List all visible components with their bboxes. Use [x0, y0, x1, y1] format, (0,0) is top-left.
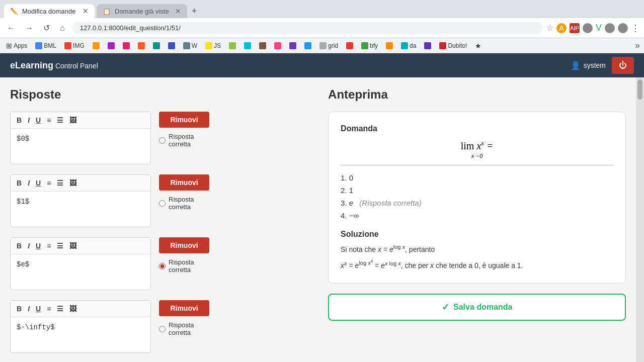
remove-btn-3[interactable]: Rimuovi [159, 237, 209, 253]
new-tab-button[interactable]: + [187, 4, 201, 18]
extension-icon-1[interactable]: A [556, 23, 567, 33]
italic-btn-3[interactable]: I [26, 241, 32, 251]
address-bar: ← → ↺ ⌂ ☆ A AIP V ⋮ [0, 18, 644, 38]
browser-window: ✏️ Modifica domande ✕ 📋 Domande già vist… [0, 0, 644, 362]
extension-icon-5[interactable] [605, 23, 615, 33]
bk12-icon [244, 42, 251, 49]
app-header: eLearning Control Panel 👤 system ⏻ [0, 53, 644, 77]
ordered-list-btn-1[interactable]: ≡ [45, 115, 53, 125]
editor-body-3[interactable]: $e$ [11, 254, 150, 290]
more-bookmarks[interactable]: » [635, 40, 640, 51]
address-input[interactable] [72, 22, 542, 34]
tab-bar: ✏️ Modifica domande ✕ 📋 Domande già vist… [0, 0, 644, 18]
refresh-button[interactable]: ↺ [40, 22, 53, 34]
tab-close-1[interactable]: ✕ [83, 7, 89, 15]
save-button[interactable]: ✓ Salva domanda [328, 294, 626, 321]
extension-icon-4[interactable]: V [596, 23, 602, 33]
image-btn-1[interactable]: 🖼 [67, 115, 78, 125]
bookmark-22[interactable] [422, 41, 433, 50]
correct-text-1: Rispostacorretta [169, 133, 194, 148]
bookmark-5[interactable] [121, 41, 132, 50]
bookmark-15[interactable] [287, 41, 298, 50]
italic-btn-2[interactable]: I [26, 178, 32, 188]
italic-btn-1[interactable]: I [26, 115, 32, 125]
bold-btn-3[interactable]: B [15, 241, 24, 251]
image-btn-4[interactable]: 🖼 [67, 304, 78, 314]
star-icon[interactable]: ☆ [546, 23, 553, 33]
unordered-list-btn-1[interactable]: ☰ [55, 115, 65, 125]
bookmark-16[interactable] [302, 41, 313, 50]
correct-text-4: Rispostacorretta [169, 321, 194, 336]
image-btn-3[interactable]: 🖼 [67, 241, 78, 251]
bookmark-4[interactable] [106, 41, 117, 50]
bookmark-18[interactable] [344, 41, 355, 50]
bookmark-11[interactable] [227, 41, 238, 50]
underline-btn-3[interactable]: U [34, 241, 43, 251]
logout-button[interactable]: ⏻ [612, 57, 634, 74]
remove-btn-2[interactable]: Rimuovi [159, 174, 209, 191]
correct-radio-1[interactable] [159, 137, 166, 144]
tab-icon-1: ✏️ [10, 8, 18, 15]
scrollbar-thumb[interactable] [637, 79, 642, 100]
extension-icon-6[interactable] [618, 23, 628, 33]
bookmark-bml[interactable]: BML [33, 41, 58, 50]
correct-radio-3[interactable] [159, 263, 166, 269]
bookmark-6[interactable] [136, 41, 147, 50]
menu-icon[interactable]: ⋮ [631, 23, 640, 34]
bookmark-img[interactable]: IMG [62, 41, 87, 50]
bookmark-3[interactable] [91, 41, 102, 50]
remove-btn-1[interactable]: Rimuovi [159, 112, 209, 128]
extension-icon-3[interactable] [583, 23, 593, 33]
bookmark-20[interactable] [384, 41, 395, 50]
answer-options-list: 1. 0 2. 1 3. e (Risposta corretta) 4. −∞ [341, 171, 613, 222]
tab-inactive[interactable]: 📋 Domande già viste ✕ [97, 4, 187, 18]
correct-label-2[interactable]: Rispostacorretta [159, 196, 194, 211]
unordered-list-btn-3[interactable]: ☰ [55, 241, 65, 251]
unordered-list-btn-2[interactable]: ☰ [55, 178, 65, 188]
bold-btn-4[interactable]: B [15, 304, 24, 314]
underline-btn-2[interactable]: U [34, 178, 43, 188]
underline-btn-1[interactable]: U [34, 115, 43, 125]
bookmark-7[interactable] [151, 41, 162, 50]
correct-radio-4[interactable] [159, 326, 166, 332]
extension-icon-2[interactable]: AIP [570, 23, 580, 33]
ordered-list-btn-4[interactable]: ≡ [45, 304, 53, 314]
underline-btn-4[interactable]: U [34, 304, 43, 314]
bookmark-bfy[interactable]: bfy [359, 41, 380, 50]
back-button[interactable]: ← [4, 23, 18, 34]
bookmark-w[interactable]: W [181, 41, 199, 50]
solution-title: Soluzione [341, 230, 613, 239]
correct-label-3[interactable]: Rispostacorretta [159, 258, 194, 274]
bookmark-star[interactable]: ★ [473, 41, 484, 51]
image-btn-2[interactable]: 🖼 [67, 178, 78, 188]
lim-label: lim [461, 140, 474, 151]
bold-btn-1[interactable]: B [15, 115, 24, 125]
ordered-list-btn-3[interactable]: ≡ [45, 241, 53, 251]
user-info: 👤 system [571, 61, 606, 70]
unordered-list-btn-4[interactable]: ☰ [55, 304, 65, 314]
correct-label-1[interactable]: Rispostacorretta [159, 133, 194, 148]
home-button[interactable]: ⌂ [57, 23, 68, 34]
bookmark-apps[interactable]: ⊞ Apps [4, 41, 29, 51]
tab-active[interactable]: ✏️ Modifica domande ✕ [4, 4, 95, 18]
editor-body-2[interactable]: $1$ [11, 192, 150, 227]
bold-btn-2[interactable]: B [15, 178, 24, 188]
remove-btn-4[interactable]: Rimuovi [159, 300, 209, 316]
bookmark-8[interactable] [166, 41, 177, 50]
editor-body-1[interactable]: $0$ [11, 129, 150, 164]
bookmark-js[interactable]: JS [203, 41, 223, 50]
tab-close-2[interactable]: ✕ [175, 7, 181, 15]
italic-btn-4[interactable]: I [26, 304, 32, 314]
forward-button[interactable]: → [22, 23, 36, 34]
bookmark-12[interactable] [242, 41, 253, 50]
scrollbar[interactable] [636, 77, 644, 362]
editor-body-4[interactable]: $-\infty$ [11, 317, 150, 352]
correct-label-4[interactable]: Rispostacorretta [159, 321, 194, 336]
bookmark-da[interactable]: da [399, 41, 418, 50]
correct-radio-2[interactable] [159, 200, 166, 207]
ordered-list-btn-2[interactable]: ≡ [45, 178, 53, 188]
bookmark-dubito[interactable]: Dubito! [437, 41, 469, 50]
bookmark-grid[interactable]: grid [317, 41, 340, 50]
bookmark-13[interactable] [257, 41, 268, 50]
bookmark-14[interactable] [272, 41, 283, 50]
